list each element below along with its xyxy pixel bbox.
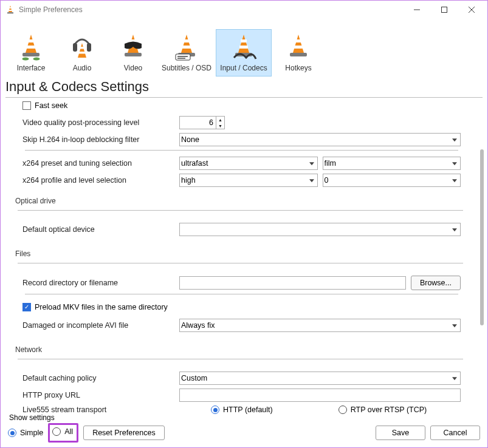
svg-rect-1 — [9, 7, 12, 8]
svg-marker-29 — [238, 35, 249, 53]
codecs-group: Fast seek Video quality post-processing … — [18, 98, 466, 197]
cat-label: Hotkeys — [285, 64, 311, 72]
cat-audio[interactable]: Audio — [58, 29, 106, 76]
svg-marker-8 — [26, 35, 36, 53]
network-group: Network Default caching policy Custom — [15, 345, 466, 415]
svg-marker-22 — [181, 35, 192, 53]
optical-drive-group: Optical drive Default optical device — [15, 197, 466, 246]
avi-select[interactable]: Always fix — [179, 319, 461, 332]
svg-rect-17 — [80, 47, 84, 49]
reset-preferences-button[interactable]: Reset Preferences — [83, 426, 165, 440]
radio-on-icon — [211, 406, 219, 414]
cat-label: Input / Codecs — [220, 64, 267, 72]
x264-profile-label: x264 profile and level selection — [22, 176, 179, 185]
network-legend: Network — [15, 345, 42, 355]
files-legend: Files — [15, 249, 30, 259]
svg-rect-35 — [294, 46, 303, 49]
svg-rect-26 — [176, 54, 190, 60]
svg-rect-23 — [184, 39, 190, 42]
default-optical-select[interactable] — [179, 223, 461, 236]
scrollbar-thumb[interactable] — [480, 149, 484, 325]
svg-marker-0 — [9, 5, 12, 12]
radio-off-icon — [52, 427, 61, 436]
vq-input[interactable] — [180, 117, 216, 129]
x264-tune-select[interactable]: film — [323, 157, 461, 170]
svg-marker-33 — [293, 35, 304, 53]
proxy-input[interactable] — [179, 389, 461, 402]
page-title: Input & Codecs Settings — [1, 76, 487, 97]
svg-point-13 — [33, 58, 40, 61]
browse-button[interactable]: Browse... — [411, 276, 461, 290]
svg-rect-21 — [125, 53, 142, 56]
radio-on-icon — [8, 429, 16, 437]
svg-rect-18 — [79, 52, 85, 54]
optical-legend: Optical drive — [15, 197, 56, 206]
x264-preset-select[interactable]: ultrafast — [179, 157, 318, 170]
footer: Show settings Simple All Reset Preferenc… — [1, 415, 487, 447]
proxy-label: HTTP proxy URL — [22, 391, 179, 399]
spinner-down-icon[interactable]: ▼ — [216, 123, 224, 129]
checkbox-checked-icon: ✓ — [22, 303, 31, 311]
x264-preset-label: x264 preset and tuning selection — [22, 159, 179, 168]
preload-mkv-label: Preload MKV files in the same directory — [35, 303, 168, 311]
caching-label: Default caching policy — [22, 374, 179, 382]
x264-level-select[interactable]: 0 — [323, 174, 461, 187]
x264-profile-select[interactable]: high — [179, 174, 318, 187]
show-settings-label: Show settings — [9, 413, 480, 422]
cat-subtitles-osd[interactable]: Subtitles / OSD — [160, 29, 213, 76]
default-optical-label: Default optical device — [22, 225, 179, 234]
cat-hotkeys[interactable]: Hotkeys — [274, 29, 323, 76]
svg-rect-36 — [290, 53, 307, 56]
checkbox-icon — [22, 101, 31, 110]
settings-mode-all-radio[interactable]: All — [52, 427, 73, 436]
svg-rect-31 — [239, 46, 248, 49]
close-button[interactable] — [458, 1, 485, 19]
preferences-window: Simple Preferences — [0, 0, 488, 448]
preload-mkv-checkbox[interactable]: ✓ Preload MKV files in the same director… — [22, 303, 168, 311]
subtitle-cone-icon — [172, 32, 201, 61]
window-title: Simple Preferences — [19, 5, 403, 14]
caching-select[interactable]: Custom — [179, 372, 461, 385]
cat-label: Interface — [17, 64, 46, 72]
svg-rect-9 — [28, 39, 34, 42]
vq-label: Video quality post-processing level — [22, 118, 179, 127]
svg-rect-11 — [22, 53, 40, 56]
skip-h264-label: Skip H.264 in-loop deblocking filter — [22, 135, 179, 144]
titlebar: Simple Preferences — [1, 1, 487, 19]
vlc-app-icon — [5, 5, 15, 15]
skip-h264-select[interactable]: None — [179, 133, 461, 146]
fast-seek-label: Fast seek — [35, 101, 67, 110]
highlight-box: All — [48, 423, 78, 443]
fast-seek-checkbox[interactable]: Fast seek — [22, 101, 67, 110]
input-cone-icon — [229, 32, 258, 61]
cat-label: Subtitles / OSD — [162, 64, 211, 72]
record-dir-input[interactable] — [179, 276, 406, 290]
avi-label: Damaged or incomplete AVI file — [22, 321, 179, 330]
settings-mode-simple-radio[interactable]: Simple — [8, 429, 43, 437]
live555-rtp-label: RTP over RTSP (TCP) — [351, 406, 427, 414]
glasses-cone-icon — [119, 32, 148, 61]
spinner-up-icon[interactable]: ▲ — [216, 117, 224, 123]
live555-http-radio[interactable]: HTTP (default) — [211, 406, 273, 414]
minimize-button[interactable] — [403, 1, 430, 19]
simple-label: Simple — [20, 429, 43, 437]
svg-rect-34 — [295, 39, 301, 42]
files-group: Files Record directory or filename Brows… — [15, 249, 466, 342]
cone-icon — [16, 32, 46, 61]
live555-rtp-radio[interactable]: RTP over RTSP (TCP) — [339, 406, 427, 414]
cat-video[interactable]: Video — [109, 29, 157, 76]
maximize-button[interactable] — [430, 1, 458, 19]
headphones-cone-icon — [67, 32, 97, 61]
cat-input-codecs[interactable]: Input / Codecs — [216, 29, 272, 76]
svg-point-12 — [22, 58, 29, 61]
svg-rect-2 — [9, 10, 12, 11]
settings-pane: Fast seek Video quality post-processing … — [1, 98, 487, 415]
cat-interface[interactable]: Interface — [7, 29, 55, 76]
vq-spinner[interactable]: ▲ ▼ — [179, 116, 225, 129]
cat-label: Video — [124, 64, 142, 72]
cat-label: Audio — [73, 64, 92, 72]
save-button[interactable]: Save — [376, 426, 425, 440]
cancel-button[interactable]: Cancel — [430, 426, 480, 440]
svg-rect-3 — [7, 12, 13, 14]
svg-rect-10 — [27, 46, 35, 49]
